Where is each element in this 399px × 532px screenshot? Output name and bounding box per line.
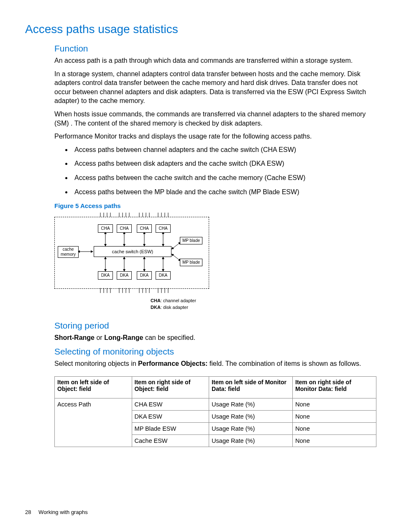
page-number: 28 (25, 509, 31, 515)
cell-object-left: Access Path (55, 398, 132, 447)
cha-box: CHA (98, 224, 113, 233)
cha-box: CHA (137, 224, 152, 233)
cell-object-right: CHA ESW (132, 398, 209, 411)
mp-blade-box: MP blade (180, 237, 202, 244)
function-section: Function An access path is a path throug… (54, 44, 374, 368)
cell-object-right: MP Blade ESW (132, 423, 209, 435)
storing-after: can be specified. (143, 334, 195, 341)
cell-monitor-right: None (293, 435, 376, 447)
esw-box: cache switch (ESW) (94, 246, 171, 257)
function-heading: Function (54, 44, 374, 54)
th-object-right: Item on right side of Object: field (132, 377, 209, 398)
table-header-row: Item on left side of Object: field Item … (55, 377, 376, 398)
cell-monitor-left: Usage Rate (%) (209, 398, 293, 411)
figure-caption: Figure 5 Access paths (54, 202, 374, 209)
figure-access-paths: CHA CHA CHA CHA cache memory cache switc… (54, 213, 209, 296)
cell-monitor-right: None (293, 398, 376, 411)
cha-box: CHA (117, 224, 132, 233)
cache-memory-label-1: cache (63, 247, 74, 252)
svg-line-42 (172, 254, 180, 260)
function-p1: An access path is a path through which d… (54, 56, 374, 65)
dka-box: DKA (137, 271, 152, 280)
svg-line-41 (172, 243, 180, 249)
long-range-label: Long-Range (104, 334, 143, 341)
th-monitor-right: Item on right side of Monitor Data: fiel… (293, 377, 376, 398)
page: Access paths usage statistics Function A… (0, 0, 399, 532)
cache-memory-label-2: memory (61, 252, 76, 257)
cell-monitor-left: Usage Rate (%) (209, 435, 293, 447)
cell-object-right: DKA ESW (132, 411, 209, 423)
th-monitor-left: Item on left side of Monitor Data: field (209, 377, 293, 398)
selecting-objects-heading: Selecting of monitoring objects (54, 347, 374, 357)
list-item: Access paths between the MP blade and th… (72, 188, 374, 197)
cell-monitor-left: Usage Rate (%) (209, 411, 293, 423)
figure-legend: CHA: channel adapter DKA: disk adapter (151, 298, 374, 310)
list-item: Access paths between channel adapters an… (72, 145, 374, 154)
dka-box: DKA (117, 271, 132, 280)
function-p2: In a storage system, channel adapters co… (54, 69, 374, 105)
dka-box: DKA (156, 271, 171, 280)
access-paths-list: Access paths between channel adapters an… (54, 145, 374, 196)
legend-cha: CHA: channel adapter (151, 298, 374, 303)
monitor-table: Item on left side of Object: field Item … (54, 376, 376, 447)
table-row: Access Path CHA ESW Usage Rate (%) None (55, 398, 376, 411)
or-text: or (95, 334, 104, 341)
perf-objects-label: Performance Objects: (138, 360, 207, 367)
cell-monitor-right: None (293, 423, 376, 435)
sel-before: Select monitoring objects in (54, 360, 138, 367)
cache-memory-box: cache memory (58, 246, 79, 258)
storing-period-text: Short-Range or Long-Range can be specifi… (54, 333, 374, 342)
list-item: Access paths between disk adapters and t… (72, 159, 374, 168)
cell-monitor-left: Usage Rate (%) (209, 423, 293, 435)
mp-blade-box: MP blade (180, 259, 202, 266)
dka-box: DKA (98, 271, 113, 280)
page-title: Access paths usage statistics (25, 23, 374, 36)
sel-after: field. The combination of items is shown… (207, 360, 361, 367)
cell-monitor-right: None (293, 411, 376, 423)
cell-object-right: Cache ESW (132, 435, 209, 447)
function-p3: When hosts issue commands, the commands … (54, 110, 374, 128)
storing-period-heading: Storing period (54, 321, 374, 331)
list-item: Access paths between the cache switch an… (72, 173, 374, 182)
cha-box: CHA (156, 224, 171, 233)
page-footer: 28 Working with graphs (25, 509, 88, 515)
selecting-objects-text: Select monitoring objects in Performance… (54, 359, 374, 368)
th-object-left: Item on left side of Object: field (55, 377, 132, 398)
function-p4: Performance Monitor tracks and displays … (54, 132, 374, 141)
chapter-name: Working with graphs (38, 509, 88, 515)
legend-dka: DKA: disk adapter (151, 305, 374, 310)
short-range-label: Short-Range (54, 334, 95, 341)
